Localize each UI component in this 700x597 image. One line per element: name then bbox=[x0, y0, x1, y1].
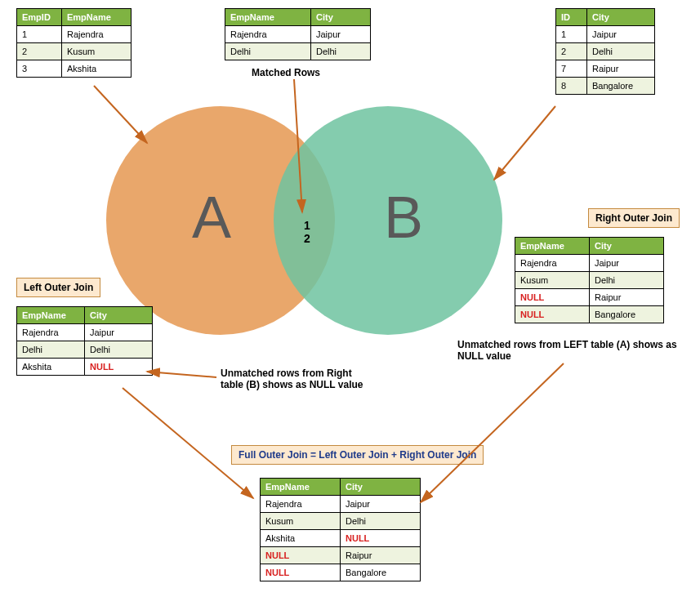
venn-intersection-2: 2 bbox=[304, 232, 310, 245]
th: ID bbox=[556, 9, 587, 26]
arrow-icon bbox=[147, 372, 216, 377]
table-right-outer-join: EmpNameCity RajendraJaipur KusumDelhi NU… bbox=[515, 237, 664, 323]
venn-label-b: B bbox=[384, 184, 423, 251]
table-row: 2Kusum bbox=[17, 43, 132, 60]
label-right-outer-join: Right Outer Join bbox=[588, 208, 680, 228]
th: EmpName bbox=[515, 238, 590, 255]
th: City bbox=[587, 9, 655, 26]
label-left-outer-join: Left Outer Join bbox=[16, 278, 100, 297]
table-row: 8Bangalore bbox=[556, 78, 655, 95]
label-full-outer-join: Full Outer Join = Left Outer Join + Righ… bbox=[231, 445, 484, 465]
caption-unmatched-left: Unmatched rows from LEFT table (A) shows… bbox=[457, 339, 678, 362]
table-row: AkshitaNULL bbox=[17, 359, 153, 376]
table-row: RajendraJaipur bbox=[515, 255, 664, 272]
venn-label-a: A bbox=[192, 184, 231, 251]
table-row: NULLBangalore bbox=[261, 564, 421, 581]
th: City bbox=[85, 307, 153, 324]
table-row: 7Raipur bbox=[556, 60, 655, 78]
arrow-icon bbox=[123, 388, 253, 498]
arrow-icon bbox=[421, 363, 564, 502]
table-b: IDCity 1Jaipur 2Delhi 7Raipur 8Bangalore bbox=[555, 8, 655, 95]
null-value: NULL bbox=[515, 306, 590, 323]
null-value: NULL bbox=[261, 564, 341, 581]
null-value: NULL bbox=[515, 289, 590, 306]
table-row: NULLBangalore bbox=[515, 306, 664, 323]
table-row: 2Delhi bbox=[556, 43, 655, 60]
caption-matched-rows: Matched Rows bbox=[252, 67, 320, 78]
caption-unmatched-right: Unmatched rows from Right table (B) show… bbox=[221, 368, 376, 390]
table-row: RajendraJaipur bbox=[261, 496, 421, 513]
table-row: DelhiDelhi bbox=[225, 43, 371, 60]
th: City bbox=[341, 479, 421, 496]
table-full-outer-join: EmpNameCity RajendraJaipur KusumDelhi Ak… bbox=[260, 478, 421, 581]
table-row: 1Jaipur bbox=[556, 26, 655, 43]
th: EmpName bbox=[62, 9, 132, 26]
table-row: NULLRaipur bbox=[261, 547, 421, 564]
th: EmpName bbox=[261, 479, 341, 496]
arrow-icon bbox=[94, 86, 147, 143]
table-row: KusumDelhi bbox=[261, 513, 421, 530]
venn-intersection-1: 1 bbox=[304, 219, 310, 232]
table-left-outer-join: EmpNameCity RajendraJaipur DelhiDelhi Ak… bbox=[16, 306, 153, 376]
table-row: RajendraJaipur bbox=[225, 26, 371, 43]
table-row: 3Akshita bbox=[17, 60, 132, 78]
null-value: NULL bbox=[341, 530, 421, 547]
null-value: NULL bbox=[261, 547, 341, 564]
table-row: AkshitaNULL bbox=[261, 530, 421, 547]
table-matched: EmpNameCity RajendraJaipur DelhiDelhi bbox=[225, 8, 371, 60]
table-row: DelhiDelhi bbox=[17, 341, 153, 359]
th: City bbox=[311, 9, 371, 26]
th: EmpName bbox=[225, 9, 311, 26]
th: EmpID bbox=[17, 9, 62, 26]
table-row: KusumDelhi bbox=[515, 272, 664, 289]
null-value: NULL bbox=[85, 359, 153, 376]
th: EmpName bbox=[17, 307, 85, 324]
table-row: RajendraJaipur bbox=[17, 324, 153, 341]
table-a: EmpIDEmpName 1Rajendra 2Kusum 3Akshita bbox=[16, 8, 132, 78]
arrow-icon bbox=[494, 106, 555, 180]
th: City bbox=[590, 238, 664, 255]
table-row: 1Rajendra bbox=[17, 26, 132, 43]
table-row: NULLRaipur bbox=[515, 289, 664, 306]
